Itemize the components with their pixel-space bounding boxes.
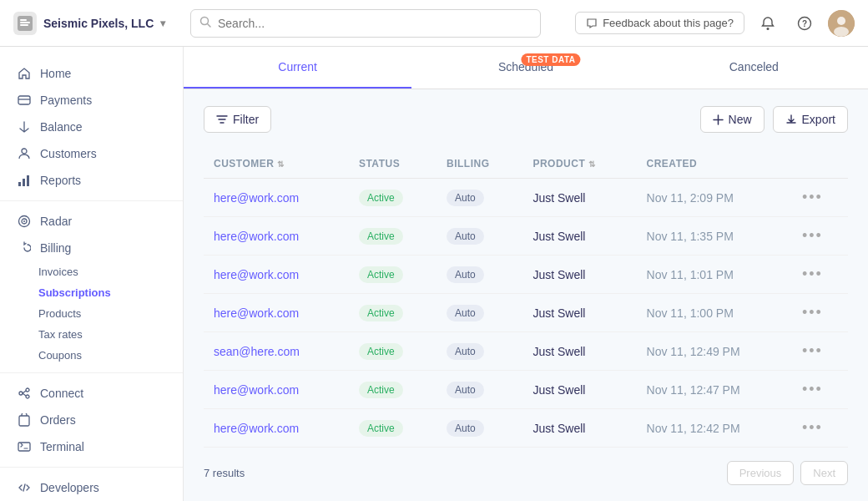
customer-sort-icon: ⇅ bbox=[277, 159, 285, 169]
svg-rect-3 bbox=[20, 24, 28, 26]
cell-status: Active bbox=[349, 179, 437, 217]
more-options-button[interactable]: ••• bbox=[802, 342, 823, 360]
billing-badge: Auto bbox=[447, 382, 484, 398]
cell-status: Active bbox=[349, 217, 437, 256]
more-options-button[interactable]: ••• bbox=[802, 189, 823, 206]
sidebar-divider-1 bbox=[0, 200, 183, 201]
sidebar-sub-coupons-label: Coupons bbox=[38, 349, 82, 362]
svg-line-24 bbox=[23, 391, 26, 393]
svg-point-23 bbox=[26, 395, 29, 398]
tab-canceled[interactable]: Canceled bbox=[640, 47, 868, 89]
status-badge: Active bbox=[359, 228, 403, 245]
table-row[interactable]: here@work.com Active Auto Just Swell Nov… bbox=[204, 371, 848, 409]
cell-status: Active bbox=[349, 409, 437, 448]
svg-point-20 bbox=[23, 220, 25, 222]
test-data-badge: TEST DATA bbox=[521, 53, 580, 66]
tab-scheduled[interactable]: Scheduled TEST DATA bbox=[411, 47, 639, 89]
svg-point-6 bbox=[767, 28, 770, 30]
sidebar-item-terminal[interactable]: Terminal bbox=[0, 433, 183, 460]
billing-badge: Auto bbox=[447, 420, 484, 437]
sidebar-item-payments[interactable]: Payments bbox=[0, 87, 183, 114]
billing-badge: Auto bbox=[447, 228, 484, 245]
cell-product: Just Swell bbox=[522, 294, 636, 332]
cell-customer: here@work.com bbox=[204, 256, 349, 294]
cell-billing: Auto bbox=[437, 371, 522, 409]
billing-badge: Auto bbox=[447, 266, 484, 283]
table-row[interactable]: here@work.com Active Auto Just Swell Nov… bbox=[204, 217, 848, 256]
cell-created: Nov 11, 12:42 PM bbox=[637, 409, 792, 448]
customer-sort[interactable]: CUSTOMER ⇅ bbox=[214, 158, 285, 170]
main-content: Current Scheduled TEST DATA Canceled Fil… bbox=[184, 47, 868, 501]
billing-badge: Auto bbox=[447, 305, 484, 321]
filter-button[interactable]: Filter bbox=[204, 106, 271, 133]
more-options-button[interactable]: ••• bbox=[802, 304, 823, 321]
sidebar-item-reports[interactable]: Reports bbox=[0, 167, 183, 194]
topbar-right: Feedback about this page? ? bbox=[575, 10, 855, 37]
cell-billing: Auto bbox=[437, 256, 522, 294]
sidebar-sub-coupons[interactable]: Coupons bbox=[0, 345, 183, 366]
cell-more: ••• bbox=[792, 371, 848, 409]
svg-point-22 bbox=[26, 388, 29, 392]
sidebar-sub-tax-rates[interactable]: Tax rates bbox=[0, 324, 183, 345]
table-row[interactable]: here@work.com Active Auto Just Swell Nov… bbox=[204, 179, 848, 217]
svg-rect-2 bbox=[20, 19, 27, 21]
more-options-button[interactable]: ••• bbox=[802, 227, 823, 245]
sidebar-sub-subscriptions-label: Subscriptions bbox=[38, 286, 111, 299]
sidebar-item-developers[interactable]: Developers bbox=[0, 474, 183, 501]
sidebar-item-connect[interactable]: Connect bbox=[0, 380, 183, 407]
cell-customer: here@work.com bbox=[204, 294, 349, 332]
svg-rect-26 bbox=[19, 416, 29, 426]
sidebar-item-radar[interactable]: Radar bbox=[0, 208, 183, 235]
layout: Home Payments Balance Customers Reports bbox=[0, 47, 868, 501]
svg-rect-17 bbox=[27, 175, 29, 186]
sidebar-sub-invoices[interactable]: Invoices bbox=[0, 261, 183, 282]
previous-button[interactable]: Previous bbox=[727, 461, 795, 485]
cell-product: Just Swell bbox=[522, 179, 636, 217]
sidebar-item-payments-label: Payments bbox=[40, 94, 92, 107]
pagination: Previous Next bbox=[727, 461, 848, 485]
cell-product: Just Swell bbox=[522, 332, 636, 371]
sidebar-item-connect-label: Connect bbox=[40, 387, 83, 400]
search-input[interactable] bbox=[218, 17, 532, 30]
svg-rect-16 bbox=[23, 179, 25, 186]
more-options-button[interactable]: ••• bbox=[802, 419, 823, 437]
table-footer: 7 results Previous Next bbox=[204, 448, 848, 485]
table-row[interactable]: here@work.com Active Auto Just Swell Nov… bbox=[204, 409, 848, 448]
svg-point-11 bbox=[834, 27, 849, 37]
sidebar-sub-products[interactable]: Products bbox=[0, 303, 183, 324]
feedback-button[interactable]: Feedback about this page? bbox=[575, 12, 744, 34]
brand-selector[interactable]: Seismic Pixels, LLC ▾ bbox=[13, 12, 180, 35]
export-button[interactable]: Export bbox=[773, 106, 848, 133]
col-product-label: PRODUCT bbox=[532, 158, 585, 170]
sidebar-item-terminal-label: Terminal bbox=[40, 440, 84, 453]
new-button[interactable]: New bbox=[700, 106, 765, 133]
balance-icon bbox=[17, 120, 32, 134]
col-created: CREATED bbox=[637, 149, 792, 179]
next-button[interactable]: Next bbox=[800, 461, 848, 485]
sidebar-sub-subscriptions[interactable]: Subscriptions bbox=[0, 282, 183, 303]
help-button[interactable]: ? bbox=[791, 10, 818, 37]
search-bar[interactable] bbox=[190, 9, 541, 38]
status-badge: Active bbox=[359, 266, 403, 283]
table-row[interactable]: here@work.com Active Auto Just Swell Nov… bbox=[204, 294, 848, 332]
notifications-button[interactable] bbox=[754, 10, 781, 37]
product-sort-icon: ⇅ bbox=[588, 159, 596, 169]
sidebar-item-orders[interactable]: Orders bbox=[0, 407, 183, 433]
cell-more: ••• bbox=[792, 294, 848, 332]
status-badge: Active bbox=[359, 305, 403, 321]
sidebar-item-customers[interactable]: Customers bbox=[0, 140, 183, 167]
svg-rect-12 bbox=[18, 96, 30, 104]
table-row[interactable]: sean@here.com Active Auto Just Swell Nov… bbox=[204, 332, 848, 371]
table-row[interactable]: here@work.com Active Auto Just Swell Nov… bbox=[204, 256, 848, 294]
avatar[interactable] bbox=[828, 10, 855, 37]
connect-icon bbox=[17, 387, 32, 400]
sidebar: Home Payments Balance Customers Reports bbox=[0, 47, 184, 501]
sidebar-item-billing[interactable]: Billing bbox=[0, 235, 183, 261]
new-label: New bbox=[729, 113, 752, 126]
more-options-button[interactable]: ••• bbox=[802, 381, 823, 398]
tab-current[interactable]: Current bbox=[184, 47, 411, 89]
sidebar-item-home[interactable]: Home bbox=[0, 60, 183, 87]
sidebar-item-balance[interactable]: Balance bbox=[0, 114, 183, 140]
product-sort[interactable]: PRODUCT ⇅ bbox=[532, 158, 595, 170]
more-options-button[interactable]: ••• bbox=[802, 266, 823, 283]
